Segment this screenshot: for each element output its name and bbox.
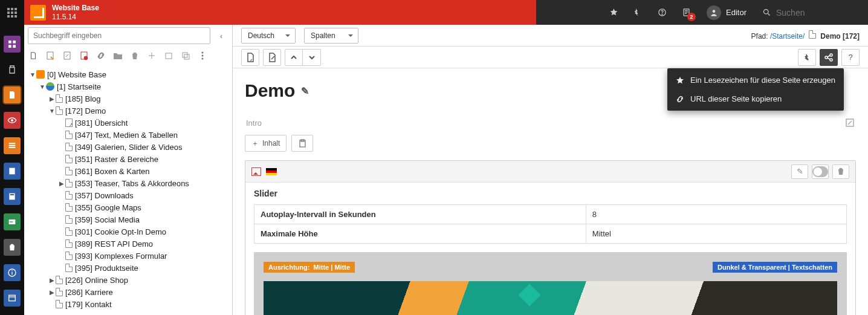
tree-node[interactable]: [349] Galerien, Slider & Videos xyxy=(24,141,230,153)
tree-node[interactable]: ▼[0] Website Base xyxy=(24,68,230,80)
tree-node[interactable]: ▶[185] Blog xyxy=(24,93,230,105)
sysfolder-icon[interactable] xyxy=(163,50,174,61)
more-icon[interactable] xyxy=(197,50,208,61)
tree-node[interactable]: [395] Produktseite xyxy=(24,262,230,274)
page-icon xyxy=(56,94,63,103)
dropdown-copy-url[interactable]: URL dieser Seite kopieren xyxy=(667,89,844,108)
tree-node[interactable]: [179] Kontakt xyxy=(24,298,230,310)
tree-node-label: [1] Startseite xyxy=(57,82,101,91)
global-search[interactable] xyxy=(755,0,868,25)
tree-node[interactable]: ▶[226] Online Shop xyxy=(24,274,230,286)
caret-icon[interactable]: ▶ xyxy=(48,277,56,284)
module-template[interactable] xyxy=(4,188,21,205)
tree-node[interactable]: [393] Komplexes Formular xyxy=(24,250,230,262)
tree-node[interactable]: [361] Boxen & Karten xyxy=(24,165,230,177)
page-tree-panel: ‹ ▼[0] Website Base▼[1] Startseite▶[185]… xyxy=(24,25,233,315)
divider-icon[interactable] xyxy=(146,50,157,61)
module-about[interactable] xyxy=(4,264,21,281)
prop-value: 8 xyxy=(586,205,846,224)
link-icon[interactable] xyxy=(96,50,106,61)
apps-button[interactable] xyxy=(0,0,24,25)
add-content-button[interactable]: ＋ Inhalt xyxy=(245,135,287,152)
page-icon xyxy=(65,179,73,187)
page-tree[interactable]: ▼[0] Website Base▼[1] Startseite▶[185] B… xyxy=(24,65,232,315)
reports-button[interactable]: 2 xyxy=(674,0,698,25)
new-page-mount-icon[interactable] xyxy=(79,50,89,61)
language-select[interactable]: Deutsch xyxy=(241,28,296,44)
doc-selectors-bar: Deutsch Spalten Pfad: /Startseite/ Demo … xyxy=(233,25,868,47)
pencil-icon[interactable]: ✎ xyxy=(301,85,309,97)
toggle-element-button[interactable] xyxy=(812,164,829,179)
module-forms[interactable] xyxy=(4,213,21,230)
edit-element-button[interactable]: ✎ xyxy=(791,164,808,179)
help-button[interactable] xyxy=(650,0,674,25)
nav-down-button[interactable] xyxy=(303,49,321,66)
new-record-button[interactable] xyxy=(241,49,259,66)
copy-icon[interactable] xyxy=(180,50,191,61)
cache-button[interactable] xyxy=(626,0,650,25)
folder-icon[interactable] xyxy=(112,50,123,61)
tree-node[interactable]: [381] Übersicht xyxy=(24,117,230,129)
tree-node[interactable]: [351] Raster & Bereiche xyxy=(24,153,230,165)
tree-node-label: [179] Kontakt xyxy=(65,300,112,309)
toggle-icon xyxy=(812,166,828,177)
svg-rect-20 xyxy=(166,53,172,59)
global-search-input[interactable] xyxy=(776,8,861,18)
user-label: Editor xyxy=(726,8,747,17)
tree-filter-input[interactable] xyxy=(28,27,210,44)
caret-icon[interactable]: ▶ xyxy=(58,180,65,187)
edit-column-icon[interactable] xyxy=(845,118,855,128)
tree-node-label: [185] Blog xyxy=(65,94,101,103)
new-page-shortcut-icon[interactable] xyxy=(62,50,73,61)
bookmarks-button[interactable] xyxy=(601,0,626,25)
tree-node[interactable]: ▼[1] Startseite xyxy=(24,80,230,93)
paste-content-button[interactable] xyxy=(291,135,313,152)
module-recycler[interactable] xyxy=(4,239,21,256)
module-dashboard[interactable] xyxy=(4,36,21,53)
delete-element-button[interactable] xyxy=(832,164,849,179)
user-menu-button[interactable]: Editor xyxy=(698,0,755,25)
slider-image-preview xyxy=(264,281,837,315)
svg-point-1 xyxy=(662,14,662,15)
caret-icon[interactable]: ▼ xyxy=(48,108,56,114)
tree-node[interactable]: [347] Text, Medien & Tabellen xyxy=(24,129,230,141)
tree-node[interactable]: ▶[286] Karriere xyxy=(24,286,230,298)
module-web[interactable] xyxy=(4,61,21,78)
tree-node-label: [353] Teaser, Tabs & Akkordeons xyxy=(75,179,189,188)
caret-icon[interactable]: ▼ xyxy=(29,71,36,78)
module-info[interactable] xyxy=(4,163,21,180)
context-help-button[interactable]: ? xyxy=(841,49,860,66)
new-page-link-icon[interactable] xyxy=(45,50,56,61)
tree-node[interactable]: ▼[172] Demo xyxy=(24,105,230,117)
clear-cache-button[interactable] xyxy=(798,49,816,66)
tree-node[interactable]: [355] Google Maps xyxy=(24,201,230,213)
columns-select[interactable]: Spalten xyxy=(304,28,358,44)
module-view[interactable] xyxy=(4,112,21,129)
flag-de-icon xyxy=(266,168,277,175)
caret-icon[interactable]: ▶ xyxy=(48,96,56,102)
tree-node[interactable]: [359] Social Media xyxy=(24,213,230,226)
share-dropdown: Ein Lesezeichen für diese Seite erzeugen… xyxy=(667,68,844,111)
new-page-icon[interactable] xyxy=(28,50,39,61)
nav-up-button[interactable] xyxy=(285,49,303,66)
tree-node[interactable]: ▶[353] Teaser, Tabs & Akkordeons xyxy=(24,177,230,189)
page-icon xyxy=(65,239,73,248)
edit-page-button[interactable] xyxy=(263,49,281,66)
trash-icon[interactable] xyxy=(129,50,140,61)
svg-rect-10 xyxy=(9,168,15,175)
module-list[interactable] xyxy=(4,137,21,154)
tree-node-label: [172] Demo xyxy=(65,106,106,115)
dropdown-bookmark[interactable]: Ein Lesezeichen für diese Seite erzeugen xyxy=(667,71,844,89)
module-sites[interactable] xyxy=(4,290,21,307)
tree-node[interactable]: [301] Cookie Opt-In Demo xyxy=(24,226,230,238)
module-bar xyxy=(0,25,24,315)
tree-node[interactable]: [357] Downloads xyxy=(24,189,230,201)
caret-icon[interactable]: ▼ xyxy=(39,83,46,90)
tree-collapse-button[interactable]: ‹ xyxy=(214,27,228,44)
module-page[interactable] xyxy=(4,86,21,103)
tree-node[interactable]: [389] REST API Demo xyxy=(24,238,230,250)
caret-icon[interactable]: ▶ xyxy=(48,289,56,296)
breadcrumb-link[interactable]: /Startseite/ xyxy=(770,32,805,41)
link-icon xyxy=(676,95,684,103)
share-menu-button[interactable] xyxy=(820,49,838,66)
